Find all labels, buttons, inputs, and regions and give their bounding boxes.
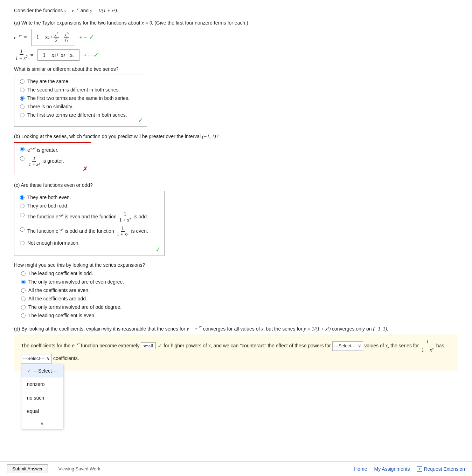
request-ext-icon: + xyxy=(417,466,422,472)
check-c: ✓ xyxy=(154,246,161,253)
part-b-option-1[interactable]: 11 + x² is greater. xyxy=(20,156,85,167)
cross-b: ✗ xyxy=(83,165,88,173)
followup-option-1[interactable]: The only terms involved are of even degr… xyxy=(21,279,458,285)
select-1-value: ---Select--- xyxy=(334,342,356,350)
dropdown-selected-item[interactable]: ✓ ---Select--- xyxy=(21,364,63,378)
part-b-radio-group: e−x² is greater. 11 + x² is greater. ✗ xyxy=(14,142,91,175)
followup-option-2[interactable]: All the coefficients are even. xyxy=(21,287,458,293)
dropdown-arrow-down[interactable]: ∨ xyxy=(21,418,63,429)
dropdown-open: ✓ ---Select--- nonzero no such equal ∨ xyxy=(21,364,63,429)
similarity-option-2[interactable]: The first two terms are the same in both… xyxy=(20,95,141,101)
home-link[interactable]: Home xyxy=(354,466,367,472)
similarity-option-0[interactable]: They are the same. xyxy=(20,79,141,84)
followup-question: How might you see this by looking at the… xyxy=(14,262,458,268)
select-1-container[interactable]: ---Select--- ∨ xyxy=(332,341,363,351)
group-check-a: ✓ xyxy=(137,116,143,124)
part-c-option-0[interactable]: They are both even. xyxy=(20,195,159,200)
intro-text: Consider the functions xyxy=(14,8,63,13)
dropdown-item-equal[interactable]: equal xyxy=(21,404,63,418)
part-a: (a) Write the Taylor expansions for the … xyxy=(14,20,458,127)
inline-check-d: ✓ xyxy=(158,343,162,349)
part-d: (d) By looking at the coefficients, expl… xyxy=(14,325,458,370)
similarity-question: What is similar or different about the t… xyxy=(14,66,458,72)
followup-option-0[interactable]: The leading coefficient is odd. xyxy=(21,271,458,276)
followup-option-4[interactable]: The only terms involved are of odd degre… xyxy=(21,304,458,310)
dropdown-check: ✓ xyxy=(27,367,31,375)
part-d-label: (d) By looking at the coefficients, expl… xyxy=(14,325,458,332)
intro-func2: y = 1/(1 + x²). xyxy=(90,8,118,13)
part-c-option-4[interactable]: Not enough information. xyxy=(20,240,159,246)
check-2: ✓ xyxy=(93,51,99,59)
part-d-answer: The coefficients for the e−x² function b… xyxy=(14,334,458,370)
part-c-radio-group: They are both even. They are both odd. T… xyxy=(14,191,165,256)
similarity-section: What is similar or different about the t… xyxy=(14,66,458,127)
saving-label: Viewing Saved Work xyxy=(58,466,100,471)
select-2-value: ---Select--- xyxy=(23,355,44,362)
part-a-label: (a) Write the Taylor expansions for the … xyxy=(14,20,458,26)
select-2-trigger[interactable]: ---Select--- ∨ xyxy=(21,354,52,363)
part-c-option-2[interactable]: The function e−x² is even and the functi… xyxy=(20,211,159,223)
problem-intro: Consider the functions y = e−x² and y = … xyxy=(14,7,458,14)
part-c-option-3[interactable]: The function e−x² is odd and the functio… xyxy=(20,226,159,237)
followup-section: How might you see this by looking at the… xyxy=(14,262,458,318)
dropdown-item-select: ---Select--- xyxy=(33,367,57,375)
similarity-radio-group: They are the same. The second term is di… xyxy=(14,75,147,127)
dropdown-arrow-1: ∨ xyxy=(358,342,361,350)
dropdown-item-nosuch[interactable]: no such xyxy=(21,391,63,404)
followup-option-3[interactable]: All the coefficients are odd. xyxy=(21,296,458,301)
part-c-label: (c) Are these functions even or odd? xyxy=(14,182,458,188)
expansion-box-1: 1 − x2 + x42 − x66 xyxy=(31,29,75,46)
similarity-option-3[interactable]: There is no similarity. xyxy=(20,104,141,109)
dropdown-arrow-2: ∨ xyxy=(47,355,50,362)
check-1: ✓ xyxy=(89,33,94,41)
part-b-label: (b) Looking at the series, which functio… xyxy=(14,134,458,140)
select-1-trigger[interactable]: ---Select--- ∨ xyxy=(332,341,363,351)
submit-button[interactable]: Submit Answer xyxy=(7,464,48,473)
request-extension[interactable]: + Request Extension xyxy=(417,466,465,472)
followup-option-5[interactable]: The leading coefficient is even. xyxy=(21,313,458,318)
answer-small-box: small xyxy=(141,342,155,349)
request-ext-label: Request Extension xyxy=(424,466,465,472)
intro-func1: y = e−x² xyxy=(64,8,81,13)
similarity-option-4[interactable]: The first two terms are different in bot… xyxy=(20,112,141,118)
footer-links: Home My Assignments + Request Extension xyxy=(354,466,465,472)
expansion-line-2: 1 1 + x2 = 1 − x2 + x4 − x6 + ··· ✓ xyxy=(14,49,458,61)
part-c: (c) Are these functions even or odd? The… xyxy=(14,182,458,318)
intro-and: and xyxy=(81,8,89,13)
expansion-box-2: 1 − x2 + x4 − x6 xyxy=(37,49,79,61)
similarity-option-1[interactable]: The second term is different in both ser… xyxy=(20,87,141,93)
part-b: (b) Looking at the series, which functio… xyxy=(14,134,458,175)
assignments-link[interactable]: My Assignments xyxy=(374,466,410,472)
part-b-option-0[interactable]: e−x² is greater. xyxy=(20,146,85,153)
dropdown-item-nonzero[interactable]: nonzero xyxy=(21,378,63,391)
footer-bar: Submit Answer Viewing Saved Work Home My… xyxy=(0,461,472,476)
select-2-container[interactable]: ---Select--- ∨ ✓ ---Select--- nonzero no… xyxy=(21,354,52,363)
expansion-line-1: e−x² = 1 − x2 + x42 − x66 + ··· ✓ xyxy=(14,29,458,46)
part-c-option-1[interactable]: They are both odd. xyxy=(20,203,159,209)
